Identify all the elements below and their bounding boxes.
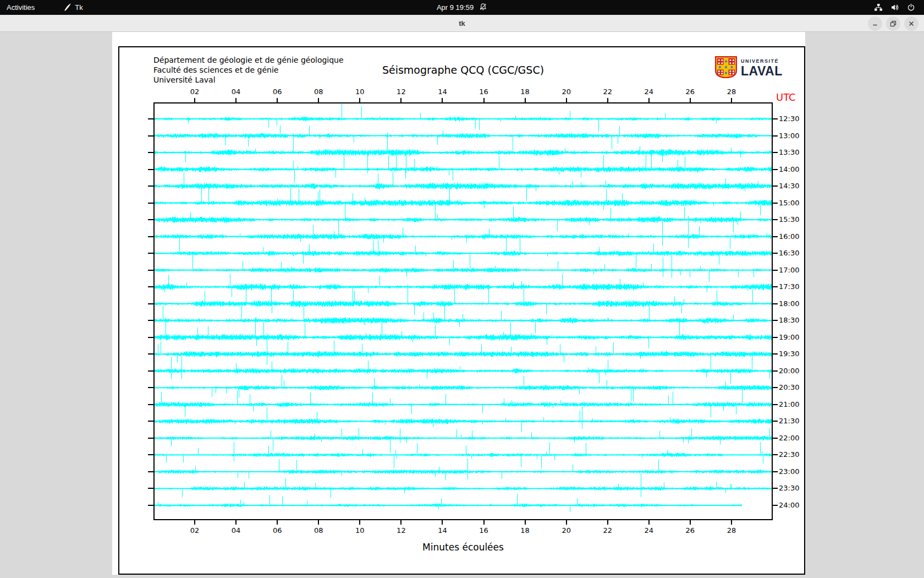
axis-tick [731, 98, 732, 102]
notifications-muted-icon [479, 3, 487, 13]
x-tick-label-top: 20 [557, 88, 576, 96]
axis-tick [773, 303, 778, 304]
tk-window-content: Département de géologie et de génie géol… [0, 32, 924, 578]
utc-row-label: 19:00 [779, 333, 799, 341]
utc-row-label: 24:00 [779, 501, 799, 509]
x-tick-label-bottom: 16 [475, 526, 493, 535]
axis-tick [773, 169, 778, 170]
axis-tick [525, 520, 526, 525]
axis-tick [773, 253, 778, 254]
axis-tick [566, 98, 567, 102]
axis-tick [277, 98, 278, 102]
restore-button[interactable] [886, 17, 900, 31]
seismograph-canvas-widget: Département de géologie et de génie géol… [112, 32, 805, 575]
axis-tick [773, 135, 778, 137]
axis-tick [148, 203, 153, 204]
axis-tick [148, 270, 153, 271]
system-status-area[interactable] [865, 0, 924, 15]
x-tick-label-bottom: 26 [681, 526, 700, 535]
axis-tick [648, 520, 650, 525]
axis-tick [148, 152, 153, 153]
utc-row-label: 23:00 [779, 467, 799, 476]
window-title: tk [0, 15, 924, 32]
axis-tick [483, 520, 485, 525]
axis-tick [442, 98, 443, 102]
axis-tick [773, 286, 778, 287]
x-tick-label-bottom: 20 [557, 526, 576, 535]
app-menu[interactable]: Tk [57, 0, 89, 15]
clock-text: Apr 9 19:59 [437, 3, 474, 12]
axis-tick [773, 404, 778, 405]
axis-tick [148, 186, 153, 187]
utc-row-label: 13:00 [779, 132, 799, 140]
x-tick-label-bottom: 14 [433, 526, 452, 535]
tk-feather-icon [63, 3, 72, 12]
axis-tick [731, 520, 732, 525]
close-button[interactable] [904, 17, 919, 31]
axis-tick [148, 169, 153, 170]
utc-row-label: 12:30 [779, 114, 799, 123]
utc-row-label: 16:00 [779, 232, 799, 241]
axis-tick [773, 421, 778, 422]
activities-button[interactable]: Activities [0, 0, 41, 15]
axis-tick [525, 98, 526, 102]
axis-tick [773, 370, 778, 372]
utc-row-label: 16:30 [779, 249, 799, 257]
axis-tick [359, 98, 360, 102]
utc-row-label: 17:00 [779, 266, 799, 274]
x-tick-label-bottom: 22 [598, 526, 617, 535]
x-tick-label-top: 26 [681, 88, 700, 96]
x-tick-label-top: 02 [185, 88, 204, 96]
x-tick-label-bottom: 10 [350, 526, 369, 535]
utc-row-label: 23:30 [779, 484, 799, 492]
axis-tick [773, 320, 778, 321]
utc-row-label: 14:30 [779, 182, 799, 190]
axis-tick [773, 353, 778, 355]
utc-row-label: 18:00 [779, 299, 799, 308]
utc-row-label: 22:30 [779, 450, 799, 459]
axis-tick [773, 337, 778, 338]
axis-tick [277, 520, 278, 525]
axis-tick [194, 98, 195, 102]
axis-tick [690, 520, 691, 525]
axis-tick [148, 286, 153, 287]
window-title-bar: tk [0, 15, 924, 32]
axis-tick [148, 421, 153, 422]
axis-tick [148, 438, 153, 439]
clock-area[interactable]: Apr 9 19:59 [437, 0, 487, 15]
axis-tick [318, 98, 319, 102]
x-tick-label-bottom: 12 [392, 526, 410, 535]
axis-tick [400, 520, 402, 525]
x-tick-label-bottom: 06 [268, 526, 287, 535]
axis-tick [773, 387, 778, 388]
axis-tick [148, 337, 153, 338]
utc-row-label: 21:00 [779, 400, 799, 408]
axis-tick [648, 98, 650, 102]
axis-tick [359, 520, 360, 525]
x-tick-label-top: 10 [350, 88, 369, 96]
axis-tick [400, 98, 402, 102]
utc-row-label: 13:30 [779, 148, 799, 156]
axis-tick [148, 505, 153, 506]
axis-tick [148, 320, 153, 321]
power-icon [907, 3, 915, 12]
axis-tick [773, 471, 778, 472]
app-menu-label: Tk [75, 3, 82, 12]
axis-tick [194, 520, 195, 525]
x-tick-label-top: 28 [722, 88, 741, 96]
axis-tick [773, 118, 778, 119]
activities-label: Activities [7, 3, 35, 12]
x-tick-label-top: 06 [268, 88, 287, 96]
axis-tick [148, 471, 153, 472]
utc-row-label: 21:30 [779, 417, 799, 425]
utc-row-label: 22:00 [779, 434, 799, 442]
x-tick-label-top: 18 [516, 88, 535, 96]
axis-tick [773, 488, 778, 489]
x-tick-label-top: 12 [392, 88, 410, 96]
minimize-button[interactable] [868, 17, 882, 31]
axis-tick [773, 236, 778, 237]
axis-tick [148, 135, 153, 137]
axis-tick [442, 520, 443, 525]
x-tick-label-top: 08 [309, 88, 328, 96]
x-tick-label-bottom: 28 [722, 526, 741, 535]
